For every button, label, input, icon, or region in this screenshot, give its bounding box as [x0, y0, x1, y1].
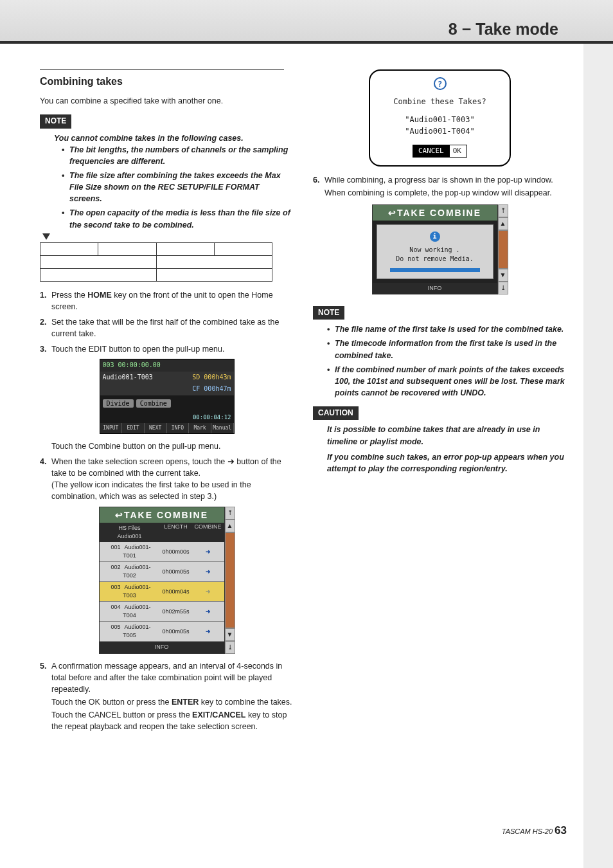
- scrollbar-thumb[interactable]: [225, 532, 235, 628]
- note1-item: The file size after combining the takes …: [62, 170, 294, 204]
- progress-bar: [390, 268, 480, 272]
- note2-body: The file name of the first take is used …: [313, 323, 567, 399]
- ok-button[interactable]: OK: [447, 145, 467, 158]
- arrow-down-icon: [42, 233, 50, 240]
- note1-item: The open capacity of the media is less t…: [62, 207, 294, 230]
- question-icon: ?: [434, 77, 447, 90]
- right-column: ? Combine these Takes? "Audio001-T003""A…: [313, 69, 567, 737]
- cancel-button[interactable]: CANCEL: [413, 145, 450, 158]
- confirm-dialog-screenshot: ? Combine these Takes? "Audio001-T003""A…: [313, 69, 567, 167]
- note2-item: The file name of the first take is used …: [327, 323, 567, 335]
- note1-lead: You cannot combine takes in the followin…: [54, 132, 294, 144]
- section-divider: [40, 69, 284, 70]
- left-column: Combining takes You can combine a specif…: [40, 69, 294, 737]
- take-combine-list-screenshot: ↩TAKE COMBINE HS FilesAudio001LENGTHCOMB…: [40, 507, 294, 654]
- page-footer: TASCAM HS-20 63: [502, 824, 567, 837]
- scroll-top-icon[interactable]: ⤒: [498, 204, 508, 217]
- step-1: 1.Press the HOME key on the front of the…: [40, 289, 294, 312]
- scroll-bottom-icon[interactable]: ⤓: [225, 641, 235, 654]
- lcd-edit-screenshot: 003 00:00:00.00 Audio001-T003SD 000h43m …: [40, 359, 294, 434]
- scroll-up-icon[interactable]: ▲: [498, 217, 508, 230]
- info-icon: i: [430, 231, 440, 242]
- note1-item: The bit lengths, the numbers of channels…: [62, 144, 294, 167]
- placeholder-table: [40, 242, 272, 282]
- scroll-top-icon[interactable]: ⤒: [225, 507, 235, 520]
- note-label: NOTE: [313, 306, 344, 320]
- scroll-up-icon[interactable]: ▲: [225, 520, 235, 532]
- note-label: NOTE: [40, 114, 71, 128]
- step-4: 4.When the take selection screen opens, …: [40, 456, 294, 503]
- note1-body: You cannot combine takes in the followin…: [40, 132, 294, 231]
- combine-arrow-icon[interactable]: ➜: [192, 568, 224, 576]
- step-3: 3.Touch the EDIT button to open the pull…: [40, 343, 294, 355]
- scroll-bottom-icon[interactable]: ⤓: [498, 282, 508, 294]
- divide-button[interactable]: Divide: [103, 399, 134, 408]
- note2-item: If the combined number of mark points of…: [327, 364, 567, 399]
- note2-item: The timecode information from the first …: [327, 338, 567, 361]
- progress-screenshot: ↩TAKE COMBINE i Now working . Do not rem…: [313, 204, 567, 294]
- caution-label: CAUTION: [313, 406, 359, 420]
- combine-arrow-icon[interactable]: ➜: [192, 548, 224, 556]
- step-5: 5.A confirmation message appears, and an…: [40, 660, 294, 734]
- combine-arrow-icon[interactable]: ➜: [192, 608, 224, 616]
- caution-body: It is possible to combine takes that are…: [313, 424, 567, 475]
- combine-button[interactable]: Combine: [136, 399, 171, 408]
- scroll-down-icon[interactable]: ▼: [225, 628, 235, 641]
- combine-arrow-icon[interactable]: ➜: [192, 588, 224, 596]
- scrollbar-thumb[interactable]: [498, 230, 508, 269]
- chapter-title: 8 − Take mode: [449, 20, 558, 39]
- step-6: 6.While combining, a progress bar is sho…: [313, 174, 567, 200]
- step-2: 2.Set the take that will be the first ha…: [40, 316, 294, 339]
- combine-arrow-icon[interactable]: ➜: [192, 628, 224, 636]
- section-title: Combining takes: [40, 74, 294, 89]
- intro-text: You can combine a specified take with an…: [40, 95, 294, 107]
- chapter-header: 8 − Take mode: [0, 0, 613, 44]
- step3-tail: Touch the Combine button on the pull-up …: [40, 440, 294, 452]
- scroll-down-icon[interactable]: ▼: [498, 269, 508, 282]
- page-side-stripe: [583, 0, 613, 868]
